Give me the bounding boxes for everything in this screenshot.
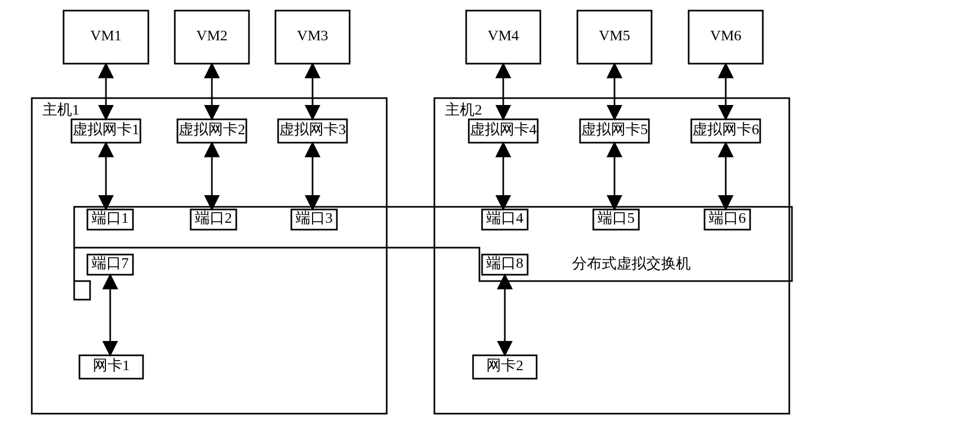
nic1-label: 网卡1	[93, 357, 130, 373]
port6-label: 端口6	[709, 209, 746, 226]
port8-label: 端口8	[486, 255, 523, 271]
host2-label: 主机2	[445, 101, 482, 118]
port8-box: 端口8	[482, 255, 528, 275]
port5-label: 端口5	[598, 209, 635, 226]
vnic2-label: 虚拟网卡2	[179, 121, 245, 137]
vm6-label: VM6	[710, 27, 741, 43]
port4-box: 端口4	[482, 209, 528, 230]
nic2-label: 网卡2	[486, 357, 523, 373]
vnic4-box: 虚拟网卡4	[469, 119, 538, 143]
vnic6-label: 虚拟网卡6	[692, 121, 759, 137]
vm1-label: VM1	[90, 27, 121, 43]
vnic5-box: 虚拟网卡5	[580, 119, 649, 143]
vnic1-label: 虚拟网卡1	[73, 121, 139, 137]
port5-box: 端口5	[593, 209, 639, 230]
vnic3-label: 虚拟网卡3	[279, 121, 346, 137]
port3-label: 端口3	[296, 209, 333, 226]
port2-label: 端口2	[195, 209, 232, 226]
vm1-box: VM1	[64, 11, 148, 64]
port3-box: 端口3	[291, 209, 337, 230]
vnic1-box: 虚拟网卡1	[72, 119, 140, 143]
vm5-box: VM5	[577, 11, 652, 64]
vm4-label: VM4	[487, 27, 519, 43]
dvs-label: 分布式虚拟交换机	[572, 255, 691, 272]
vm6-box: VM6	[689, 11, 763, 64]
port6-box: 端口6	[705, 209, 750, 230]
vm3-box: VM3	[275, 11, 350, 64]
port7-box: 端口7	[87, 255, 133, 275]
vm2-box: VM2	[175, 11, 249, 64]
vnic2-box: 虚拟网卡2	[177, 119, 246, 143]
vm5-label: VM5	[599, 27, 630, 43]
vm2-label: VM2	[196, 27, 227, 43]
nic2-box: 网卡2	[473, 355, 537, 379]
port1-box: 端口1	[87, 209, 133, 230]
vnic3-box: 虚拟网卡3	[278, 119, 347, 143]
dvs-frame	[74, 207, 792, 300]
host1-label: 主机1	[42, 101, 79, 118]
vm3-label: VM3	[297, 27, 328, 43]
port7-label: 端口7	[92, 255, 129, 271]
vnic6-box: 虚拟网卡6	[691, 119, 760, 143]
nic1-box: 网卡1	[79, 355, 143, 379]
vnic4-label: 虚拟网卡4	[470, 121, 537, 137]
port4-label: 端口4	[486, 209, 523, 226]
vnic5-label: 虚拟网卡5	[581, 121, 648, 137]
port2-box: 端口2	[191, 209, 236, 230]
vm4-box: VM4	[466, 11, 540, 64]
port1-label: 端口1	[92, 209, 129, 226]
